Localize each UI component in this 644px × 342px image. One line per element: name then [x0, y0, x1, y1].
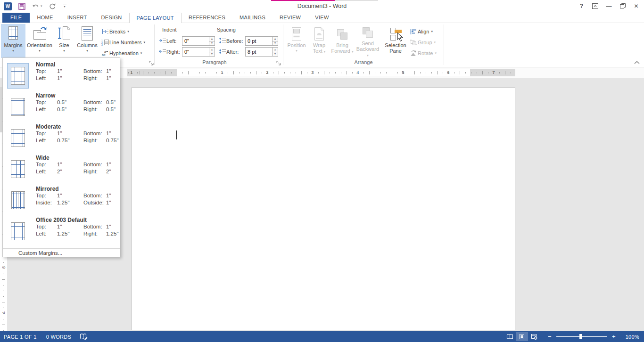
gray-line [335, 0, 378, 0]
chevron-down-icon: ▾ [324, 50, 326, 53]
zoom-slider[interactable] [556, 336, 607, 337]
group-separator [444, 24, 444, 65]
indent-header: Indent [162, 27, 177, 33]
size-button[interactable]: Size ▾ [54, 24, 74, 58]
group-separator [154, 24, 155, 65]
mouse-cursor [397, 33, 404, 44]
orientation-button[interactable]: Orientation ▾ [26, 24, 53, 58]
margins-menu-item-moderate[interactable]: Moderate Top: 1" Bottom: 1" Left: 0.75" … [3, 123, 120, 154]
selection-pane-button[interactable]: Selection Pane [382, 24, 409, 58]
size-icon [58, 24, 71, 41]
send-backward-icon [361, 24, 374, 39]
spacing-after-down-button[interactable]: ▼ [272, 52, 278, 57]
indent-right-input[interactable] [182, 47, 209, 57]
margins-preset-moderate-icon [7, 125, 29, 151]
chevron-down-icon: ▾ [86, 49, 88, 53]
breaks-button[interactable]: Breaks ▾ [101, 27, 129, 36]
margins-menu-item-wide[interactable]: Wide Top: 1" Bottom: 1" Left: 2" Right: … [3, 154, 120, 185]
ruler-number: 1 [220, 70, 224, 75]
collapse-ribbon-button[interactable] [634, 60, 640, 65]
print-layout-button[interactable] [516, 332, 528, 341]
zoom-level[interactable]: 100% [623, 334, 639, 340]
page-indicator[interactable]: PAGE 1 OF 1 [4, 334, 37, 340]
line-numbers-icon: 1 2 3 [101, 39, 109, 46]
margins-menu-item-normal[interactable]: Normal Top: 1" Bottom: 1" Left: 1" Right… [3, 61, 120, 92]
window-controls: ? — ✕ [575, 1, 643, 11]
print-layout-icon [519, 334, 525, 340]
tab-file[interactable]: FILE [2, 13, 30, 23]
group-button: Group ▾ [409, 38, 436, 47]
web-layout-icon [531, 334, 537, 340]
restore-button[interactable] [616, 1, 629, 11]
line-numbers-button[interactable]: 1 2 3 Line Numbers ▾ [101, 38, 145, 47]
indent-left-label: Left: [166, 38, 182, 44]
paragraph-dialog-launcher[interactable] [276, 59, 281, 65]
svg-text:a: a [104, 50, 106, 53]
repeat-button[interactable] [49, 3, 56, 9]
title-bar: W ▾ [0, 0, 644, 13]
undo-button[interactable]: ▾ [32, 3, 42, 9]
save-button[interactable] [18, 3, 25, 10]
margins-preset-narrow-icon [7, 94, 29, 120]
tab-mailings[interactable]: MAILINGS [232, 13, 272, 23]
tab-view[interactable]: VIEW [308, 13, 336, 23]
orientation-icon [32, 24, 48, 41]
margins-preset-wide-icon [7, 156, 29, 182]
tab-references[interactable]: REFERENCES [182, 13, 232, 23]
spacing-before-input[interactable] [245, 36, 272, 46]
close-button[interactable]: ✕ [629, 1, 643, 11]
tab-review[interactable]: REVIEW [272, 13, 308, 23]
quick-access-toolbar: W ▾ [4, 1, 66, 11]
repeat-icon [49, 3, 56, 9]
word-count[interactable]: 0 WORDS [46, 334, 71, 340]
hyphenation-button[interactable]: a bc Hyphenation ▾ [101, 49, 142, 58]
rotate-icon [409, 50, 418, 57]
page-setup-dialog-launcher[interactable] [149, 59, 154, 65]
spacing-after-input[interactable] [245, 47, 272, 57]
proofing-status-button[interactable] [80, 333, 88, 340]
zoom-slider-thumb[interactable] [579, 334, 582, 339]
margins-menu-item-office-2003[interactable]: Office 2003 Default Top: 1" Bottom: 1" L… [3, 216, 120, 247]
custom-margins-item[interactable]: Custom Margins... [3, 249, 120, 258]
ruler-number: 5 [401, 70, 405, 75]
tab-home[interactable]: HOME [30, 13, 60, 23]
paragraph-group-label: Paragraph [156, 59, 273, 66]
indent-right-down-button[interactable]: ▼ [209, 52, 215, 57]
customize-qat-button[interactable]: ▾ [63, 5, 66, 8]
indent-right-icon [159, 49, 166, 55]
ribbon-display-options-button[interactable] [588, 1, 602, 11]
chevron-up-icon [634, 61, 640, 65]
group-separator [283, 24, 283, 65]
margins-preset-office-2003-icon [7, 219, 29, 244]
ribbon-display-options-icon [592, 3, 598, 9]
tab-insert[interactable]: INSERT [60, 13, 94, 23]
zoom-in-button[interactable]: + [610, 333, 618, 340]
document-page[interactable] [132, 87, 515, 330]
indent-left-down-button[interactable]: ▼ [209, 41, 215, 46]
chevron-down-icon: ▾ [140, 51, 142, 55]
tab-page-layout[interactable]: PAGE LAYOUT [129, 13, 182, 23]
ruler-number: 1 [129, 70, 134, 75]
align-button[interactable]: Align ▾ [409, 27, 433, 36]
columns-button[interactable]: Columns ▾ [75, 24, 99, 58]
send-backward-button: Send Backward ▾ [355, 24, 380, 58]
margins-menu-item-mirrored[interactable]: Mirrored Top: 1" Bottom: 1" Inside: 1.25… [3, 185, 120, 216]
tab-design[interactable]: DESIGN [94, 13, 129, 23]
help-button[interactable]: ? [575, 1, 588, 11]
horizontal-ruler[interactable]: 1 1 2 3 4 5 6 7 [127, 69, 515, 76]
margins-menu-item-narrow[interactable]: Narrow Top: 0.5" Bottom: 0.5" Left: 0.5"… [3, 92, 120, 123]
web-layout-button[interactable] [528, 332, 540, 341]
margins-button[interactable]: Margins ▾ [1, 24, 25, 58]
svg-text:bc: bc [102, 53, 106, 57]
chevron-down-icon: ▾ [12, 49, 14, 53]
word-app-icon[interactable]: W [4, 2, 12, 10]
indent-left-input[interactable] [182, 36, 209, 46]
spacing-before-down-button[interactable]: ▼ [272, 41, 278, 46]
ruler-number: 7 [491, 70, 496, 75]
zoom-out-button[interactable]: − [546, 333, 553, 340]
read-mode-button[interactable] [504, 332, 516, 341]
position-icon [291, 24, 302, 41]
undo-dropdown-icon[interactable]: ▾ [41, 4, 42, 8]
minimize-button[interactable]: — [602, 1, 616, 11]
undo-icon [32, 3, 40, 9]
